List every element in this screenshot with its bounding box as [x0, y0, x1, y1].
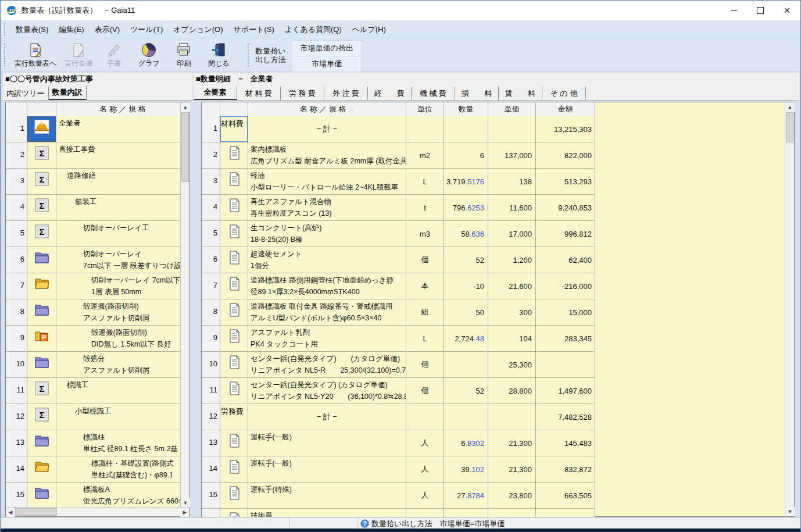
- tree-icon-cell[interactable]: [27, 430, 56, 456]
- minimize-button[interactable]: [720, 1, 747, 20]
- detail-row[interactable]: 12労務費− 計 −7,482,528: [202, 404, 595, 430]
- tree-item-label[interactable]: 標識柱・基礎設置(路側式単柱式(基礎含む)・φ89.1: [56, 456, 181, 483]
- item-icon-cell[interactable]: [220, 326, 248, 352]
- tree-row[interactable]: 1全業者: [6, 116, 181, 142]
- item-name-cell[interactable]: センター鋲(自発光タイプ) (カタログ単価)リニアポインタ NL5-R 25,3…: [248, 352, 406, 378]
- detail-header-amount[interactable]: 金額: [536, 102, 595, 116]
- tree-item-label[interactable]: 標識板A蛍光広角プリズムレンズ 660×12: [56, 483, 181, 508]
- category-cell[interactable]: 労務費: [220, 404, 248, 430]
- print-button[interactable]: 印刷: [166, 39, 201, 72]
- tree-icon-cell[interactable]: [27, 352, 56, 378]
- right-vscroll-thumb[interactable]: [786, 112, 793, 142]
- detail-row[interactable]: 8道路標識板 取付金具 路線番号・警戒標識用アルミU型バンド(ボルト含)φ60.…: [202, 299, 595, 326]
- item-name-cell[interactable]: 運転手(特殊): [248, 483, 406, 509]
- tree-icon-cell[interactable]: Σ: [27, 169, 56, 195]
- item-name-cell[interactable]: 生コンクリート(高炉)18-8-25(20) B種: [248, 221, 406, 247]
- tree-icon-cell[interactable]: Σ: [27, 378, 56, 404]
- tree-icon-cell[interactable]: Σ: [27, 142, 56, 169]
- tree-item-label[interactable]: 切削オーバーレイ7cm以下 一層 段差すりつけ設: [56, 247, 181, 273]
- tree-row[interactable]: 11Σ標識工: [6, 378, 181, 404]
- tree-row[interactable]: 15標識板A蛍光広角プリズムレンズ 660×12: [6, 483, 181, 508]
- detail-header-unit-price[interactable]: 単価: [488, 102, 536, 116]
- tree-item-label[interactable]: 殻運搬(路面切削)アスファルト切削屑: [56, 299, 181, 326]
- left-tab-1[interactable]: 数量内訳: [49, 85, 87, 100]
- item-name-cell[interactable]: アスファルト乳剤PK4 タックコート用: [248, 326, 406, 352]
- tree-row[interactable]: 14標識柱・基礎設置(路側式単柱式(基礎含む)・φ89.1: [6, 456, 181, 483]
- detail-row[interactable]: 4再生アスファルト混合物再生密粒度アスコン (13)t796.625311,60…: [202, 195, 595, 221]
- left-vertical-scrollbar[interactable]: ▲ ▼: [180, 102, 189, 508]
- menu-item-2[interactable]: 表示(V): [90, 24, 125, 35]
- detail-row[interactable]: 16技術員: [202, 509, 595, 517]
- item-icon-cell[interactable]: [220, 456, 248, 483]
- item-name-cell[interactable]: 案内標識板広角プリズム型 耐食アルミ板 2mm厚 (取付金具: [248, 142, 406, 169]
- left-horizontal-scrollbar[interactable]: ◀ ▶: [6, 507, 189, 516]
- right-vertical-scrollbar[interactable]: ▲ ▼: [785, 102, 794, 516]
- tree-icon-cell[interactable]: [27, 456, 56, 483]
- left-vscroll-thumb[interactable]: [181, 112, 189, 182]
- graph-button[interactable]: グラフ: [131, 39, 166, 72]
- detail-row[interactable]: 13運転手(一般)人6.830221,300145,483: [202, 430, 595, 456]
- close-button[interactable]: 閉じる: [201, 39, 236, 72]
- scroll-left-icon[interactable]: ◀: [6, 508, 15, 517]
- cost-tab-6[interactable]: 損 料: [455, 87, 499, 100]
- menu-item-0[interactable]: 数量表(S): [10, 24, 53, 35]
- tree-row[interactable]: 7切削オーバーレイ 7cm以下 措1層 表層 50mm: [6, 273, 181, 299]
- item-name-cell[interactable]: 運転手(一般): [248, 430, 406, 456]
- detail-row[interactable]: 14運転手(一般)人39.10221,300832,872: [202, 456, 595, 483]
- cost-tab-8[interactable]: そ の 他: [542, 87, 586, 100]
- detail-row[interactable]: 10センター鋲(自発光タイプ) (カタログ単価)リニアポインタ NL5-R 25…: [202, 352, 595, 378]
- tree-item-label[interactable]: 切削オーバーレイ 7cm以下 措1層 表層 50mm: [56, 273, 181, 299]
- item-name-cell[interactable]: 超速硬セメント1個分: [248, 247, 406, 273]
- item-icon-cell[interactable]: [220, 142, 248, 169]
- tree-icon-cell[interactable]: P: [27, 326, 56, 352]
- tree-row[interactable]: 4Σ舗装工: [6, 195, 181, 221]
- detail-row[interactable]: 9アスファルト乳剤PK4 タックコート用L2,724.48104283,345: [202, 326, 595, 352]
- detail-row[interactable]: 3軽油小型ローリー・パトロール給油 2~4KL積載車L3,719.5176138…: [202, 169, 595, 195]
- cost-tab-4[interactable]: 経 費: [368, 87, 412, 100]
- detail-row[interactable]: 15運転手(特殊)人27.878423,800663,505: [202, 483, 595, 509]
- detail-row[interactable]: 11センター鋲(自発光タイプ) (カタログ単価)リニアポインタ NL5-Y20 …: [202, 378, 595, 404]
- tree-row[interactable]: 13標識柱単柱式 径89.1 柱長さ 5m 2基: [6, 430, 181, 456]
- maximize-button[interactable]: [747, 1, 774, 20]
- detail-header-name[interactable]: 名 称 ／ 規 格△: [248, 102, 406, 116]
- left-hscroll-thumb[interactable]: [15, 508, 57, 516]
- tree-row[interactable]: 9P殻運搬(路面切削)DID無し 1.5km以下 良好: [6, 326, 181, 352]
- tree-row[interactable]: 10殻処分アスファルト切削屑: [6, 352, 181, 378]
- menu-item-3[interactable]: ツール(T): [125, 24, 168, 35]
- tree-item-label[interactable]: 切削オーバーレイ工: [56, 221, 181, 247]
- menu-item-1[interactable]: 編集(E): [53, 24, 89, 35]
- scroll-down-icon[interactable]: ▼: [181, 498, 190, 508]
- tree-row[interactable]: 6切削オーバーレイ7cm以下 一層 段差すりつけ設: [6, 247, 181, 273]
- tree-icon-cell[interactable]: [27, 483, 56, 508]
- detail-row[interactable]: 1材料費− 計 −13,215,303: [202, 116, 595, 142]
- market-price-button-1[interactable]: 市場単価: [292, 56, 362, 72]
- detail-row[interactable]: 7道路標識柱 路側用鋼管柱(下地亜鉛めっき静径89.1×厚3.2×長4000mm…: [202, 273, 595, 299]
- menu-item-6[interactable]: よくある質問(Q): [280, 24, 347, 35]
- item-name-cell[interactable]: 技術員: [248, 509, 406, 517]
- detail-header-qty[interactable]: 数量: [444, 102, 488, 116]
- tree-icon-cell[interactable]: Σ: [27, 195, 56, 221]
- left-tab-0[interactable]: 内訳ツリー: [3, 87, 49, 100]
- cost-tab-2[interactable]: 労 務 費: [281, 87, 324, 100]
- scroll-up-icon[interactable]: ▲: [181, 102, 190, 112]
- tree-header-name[interactable]: 名 称 ／ 規 格: [56, 102, 189, 116]
- item-icon-cell[interactable]: [220, 273, 248, 299]
- tree-row[interactable]: 12Σ小型標識工: [6, 404, 181, 430]
- detail-row[interactable]: 5生コンクリート(高炉)18-8-25(20) B種m358.63617,000…: [202, 221, 595, 247]
- category-cell[interactable]: 材料費: [220, 116, 248, 142]
- tree-icon-cell[interactable]: Σ: [27, 221, 56, 247]
- cost-tab-3[interactable]: 外 注 費: [324, 87, 368, 100]
- item-name-cell[interactable]: 軽油小型ローリー・パトロール給油 2~4KL積載車: [248, 169, 406, 195]
- tree-item-label[interactable]: 直接工事費: [56, 142, 181, 169]
- item-name-cell[interactable]: センター鋲(自発光タイプ) (カタログ単価)リニアポインタ NL5-Y20 (3…: [248, 378, 406, 404]
- detail-header-unit[interactable]: 単位: [406, 102, 444, 116]
- tree-item-label[interactable]: 殻処分アスファルト切削屑: [56, 352, 181, 378]
- item-icon-cell[interactable]: [220, 430, 248, 456]
- tree-item-label[interactable]: 舗装工: [56, 195, 181, 221]
- scroll-down-icon[interactable]: ▼: [785, 507, 795, 516]
- cost-tab-0[interactable]: 全要素: [194, 85, 237, 100]
- exec-quantity-table-button[interactable]: 実行数量表へ: [10, 39, 60, 72]
- tree-row[interactable]: 5Σ切削オーバーレイ工: [6, 221, 181, 247]
- item-name-cell[interactable]: 再生アスファルト混合物再生密粒度アスコン (13): [248, 195, 406, 221]
- item-icon-cell[interactable]: [220, 169, 248, 195]
